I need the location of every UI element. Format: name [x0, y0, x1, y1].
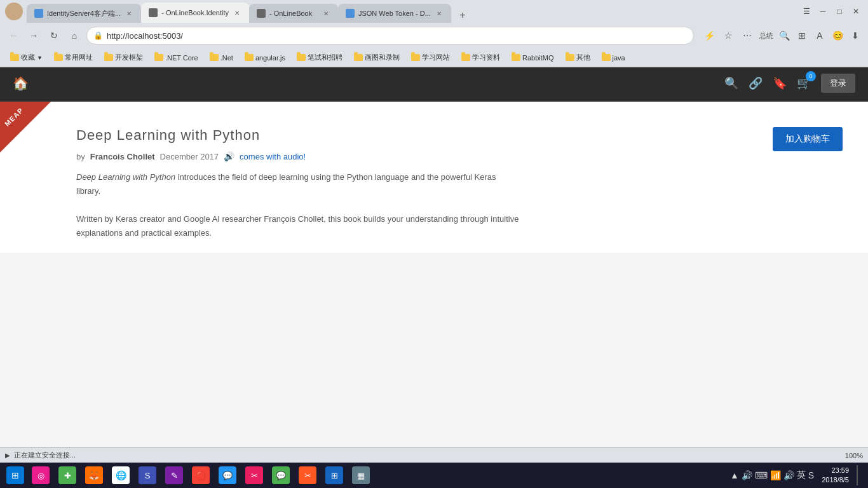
tab-3[interactable]: - OnLineBook ✕: [249, 4, 338, 23]
clock-time: 23:59: [822, 466, 849, 475]
play-icon: ▶: [5, 452, 10, 459]
tab-4[interactable]: JSON Web Token - D... ✕: [338, 4, 451, 23]
tab-close-btn[interactable]: ✕: [233, 8, 241, 17]
bookmark-angular[interactable]: angular.js: [240, 53, 290, 63]
bookmark-net[interactable]: .Net: [205, 53, 238, 63]
cart-icon-wrapper[interactable]: 🛒 0: [797, 76, 811, 90]
bookmark-exam[interactable]: 笔试和招聘: [292, 51, 348, 64]
status-left: ▶ 正在建立安全连接...: [5, 451, 76, 460]
tabs-bar: IdentityServer4客户端... ✕ - OnLineBook.Ide…: [27, 0, 794, 23]
tray-speaker[interactable]: 🔊: [742, 470, 752, 480]
lightning-icon[interactable]: ⚡: [702, 28, 717, 43]
app-icon-5: S: [139, 466, 156, 484]
site-home-icon[interactable]: 🏠: [13, 76, 29, 91]
taskbar-app-tablet[interactable]: ▦: [348, 463, 374, 488]
tab-favicon: [257, 9, 266, 18]
taskbar-apps: ◎ ✚ 🦊 🌐 S ✎: [28, 463, 730, 488]
tab-2[interactable]: - OnLineBook.Identity ✕: [141, 3, 249, 23]
author-name: Francois Chollet: [90, 152, 155, 161]
book-meta: by Francois Chollet December 2017 🔊 come…: [76, 151, 773, 161]
dots-icon[interactable]: ⋯: [740, 28, 755, 43]
bookmark-label: 画图和录制: [365, 53, 400, 62]
emoji-icon[interactable]: 😊: [830, 28, 845, 43]
search-icon[interactable]: 🔍: [724, 76, 738, 90]
taskbar-app-7[interactable]: 🔴: [188, 463, 214, 488]
link-icon[interactable]: 🔗: [749, 76, 763, 90]
tray-up-arrow[interactable]: ▲: [730, 470, 739, 480]
windows-icon: ⊞: [6, 466, 24, 484]
tab-close-btn[interactable]: ✕: [125, 9, 133, 18]
tab-close-btn[interactable]: ✕: [435, 9, 444, 18]
bookmark-draw[interactable]: 画图和录制: [349, 51, 405, 64]
back-btn[interactable]: ←: [5, 27, 22, 44]
taskbar-app-2[interactable]: ✚: [55, 463, 80, 488]
tab-1[interactable]: IdentityServer4客户端... ✕: [27, 4, 141, 23]
folder-icon: [411, 54, 420, 61]
bookmark-favorites[interactable]: 收藏 ▼: [5, 51, 48, 64]
system-tray: ▲ 🔊 ⌨ 📶 🔊 英 S: [730, 470, 814, 481]
minimize-btn[interactable]: ─: [816, 4, 830, 18]
folder-icon: [210, 54, 219, 61]
tab-close-btn[interactable]: ✕: [322, 9, 330, 18]
tab-favicon: [34, 9, 43, 18]
title-bar: IdentityServer4客户端... ✕ - OnLineBook.Ide…: [0, 0, 868, 23]
bookmark-common[interactable]: 常用网址: [49, 51, 98, 64]
new-tab-btn[interactable]: +: [454, 8, 471, 23]
folder-icon: [354, 54, 363, 61]
add-to-cart-button[interactable]: 加入购物车: [773, 127, 843, 151]
taskbar-app-3[interactable]: 🦊: [81, 463, 107, 488]
tray-network[interactable]: 📶: [770, 470, 781, 480]
qr-icon[interactable]: ⊞: [794, 28, 810, 43]
bookmark-label: 学习网站: [422, 53, 450, 62]
close-btn[interactable]: ✕: [849, 4, 863, 18]
clock[interactable]: 23:59 2018/8/5: [818, 466, 853, 485]
bookmark-netcore[interactable]: .NET Core: [149, 53, 203, 63]
bookmark-study-site[interactable]: 学习网站: [406, 51, 455, 64]
tray-antivirus[interactable]: S: [808, 470, 814, 480]
taskbar-app-10[interactable]: 💬: [268, 463, 294, 488]
bookmark-label: .NET Core: [165, 54, 198, 62]
bookmark-rabbitmq[interactable]: RabbitMQ: [506, 53, 559, 63]
folder-icon: [154, 54, 163, 61]
audio-link[interactable]: comes with audio!: [240, 152, 306, 161]
refresh-btn[interactable]: ↻: [46, 27, 62, 44]
bookmark-other[interactable]: 其他: [560, 51, 595, 64]
taskbar-app-grid[interactable]: ⊞: [322, 463, 347, 488]
start-button[interactable]: ⊞: [3, 463, 28, 488]
url-bar[interactable]: 🔒 http://localhost:5003/: [86, 27, 694, 44]
search-360-icon[interactable]: 总统: [759, 28, 774, 43]
star-icon[interactable]: ☆: [721, 28, 736, 43]
login-button[interactable]: 登录: [821, 74, 855, 93]
taskbar-app-cortana[interactable]: ◎: [28, 463, 53, 488]
status-text: 正在建立安全连接...: [14, 451, 76, 460]
taskbar-app-8[interactable]: 💬: [215, 463, 240, 488]
book-title: Deep Learning with Python: [76, 127, 773, 144]
bookmark-java[interactable]: java: [597, 53, 630, 63]
show-desktop-btn[interactable]: [857, 465, 860, 485]
app-icon-tablet: ▦: [352, 466, 370, 484]
bookmark-icon[interactable]: 🔖: [773, 76, 787, 90]
tray-keyboard[interactable]: ⌨: [755, 470, 768, 480]
restore-btn[interactable]: □: [832, 4, 846, 18]
forward-btn[interactable]: →: [25, 27, 42, 44]
book-description: Deep Learning with Python introduces the…: [76, 170, 521, 240]
download-icon[interactable]: ⬇: [848, 28, 863, 43]
tab-label: - OnLineBook.Identity: [161, 9, 229, 17]
tray-lang[interactable]: 英: [797, 470, 806, 481]
translate-icon[interactable]: A: [812, 28, 827, 43]
taskbar-app-chrome[interactable]: 🌐: [108, 463, 133, 488]
search-icon[interactable]: 🔍: [776, 28, 792, 43]
taskbar-app-5[interactable]: S: [135, 463, 160, 488]
tray-volume[interactable]: 🔊: [783, 470, 794, 480]
app-icon-11: ✂: [299, 466, 316, 484]
folder-icon: [512, 54, 520, 61]
settings-btn[interactable]: ☰: [799, 4, 813, 18]
taskbar-app-11[interactable]: ✂: [295, 463, 320, 488]
taskbar-app-6[interactable]: ✎: [161, 463, 187, 488]
bookmark-label: 笔试和招聘: [308, 53, 342, 62]
taskbar-app-9[interactable]: ✂: [241, 463, 267, 488]
website-content: 🏠 🔍 🔗 🔖 🛒 0 登录 MEAP Deep Lea: [0, 67, 868, 488]
bookmark-devframework[interactable]: 开发框架: [99, 51, 148, 64]
home-btn[interactable]: ⌂: [66, 27, 83, 44]
bookmark-study-res[interactable]: 学习资料: [456, 51, 505, 64]
